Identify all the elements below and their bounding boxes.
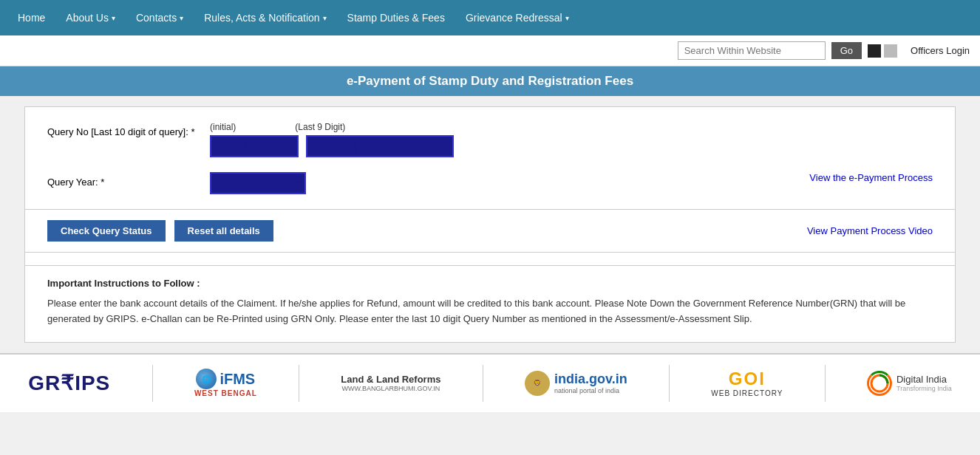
ifms-sub: WEST BENGAL: [194, 389, 257, 397]
query-year-row: Query Year: * ████ View the e-Payment Pr…: [47, 172, 933, 194]
footer: GR₹IPS 🌐 iFMS WEST BENGAL Land & Land Re…: [0, 353, 980, 412]
footer-divider-2: [299, 365, 299, 402]
nav-grievance[interactable]: Grievance Redressal ▾: [455, 0, 579, 35]
digital-india-logo: Digital India Transforming India: [867, 371, 952, 396]
ifms-logo: 🌐 iFMS WEST BENGAL: [194, 369, 257, 397]
digital-sub-text: Transforming India: [896, 385, 952, 392]
land-url: WWW.BANGLARBHUMI.GOV.IN: [341, 385, 440, 392]
instructions-section: Important Instructions to Follow : Pleas…: [25, 266, 955, 342]
footer-divider-5: [825, 365, 826, 402]
goi-sub-text: WEB DIRECTORY: [711, 389, 783, 397]
empty-divider-row: [25, 253, 955, 266]
grievance-arrow: ▾: [565, 14, 569, 22]
instructions-text: Please enter the bank account details of…: [47, 296, 933, 327]
nav-contacts[interactable]: Contacts ▾: [126, 0, 194, 35]
font-light-box[interactable]: [884, 44, 897, 58]
buttons-section: Check Query Status Reset all details Vie…: [25, 210, 955, 253]
land-logo: Land & Land Reforms WWW.BANGLARBHUMI.GOV…: [341, 374, 440, 392]
footer-divider-1: [152, 365, 153, 402]
initial-label: (initial): [210, 122, 236, 132]
ifms-top: 🌐 iFMS: [196, 369, 255, 389]
query-no-label: Query No [Last 10 digit of query]: *: [47, 122, 195, 137]
nav-stamp[interactable]: Stamp Duties & Fees: [337, 0, 455, 35]
query-inputs: [210, 135, 454, 157]
query-no-fields: (initial) (Last 9 Digit): [210, 122, 454, 157]
topbar: Go Officers Login: [0, 35, 980, 66]
digital-india-text: Digital India: [896, 374, 952, 385]
grips-logo: GR₹IPS: [28, 371, 110, 395]
india-text-block: india.gov.in national portal of india: [554, 372, 627, 394]
footer-divider-3: [483, 365, 483, 402]
font-toggle: [868, 44, 897, 58]
nav-about[interactable]: About Us ▾: [55, 0, 126, 35]
officers-login-link[interactable]: Officers Login: [911, 45, 970, 56]
font-dark-box[interactable]: [868, 44, 881, 58]
nav-home[interactable]: Home: [7, 0, 55, 35]
query-no-row: Query No [Last 10 digit of query]: * (in…: [47, 122, 933, 157]
search-input[interactable]: [678, 41, 826, 60]
footer-divider-4: [669, 365, 670, 402]
main-content: Query No [Last 10 digit of query]: * (in…: [24, 106, 956, 343]
page-title: e-Payment of Stamp Duty and Registration…: [0, 66, 980, 96]
land-title: Land & Land Reforms: [341, 374, 440, 385]
go-button[interactable]: Go: [831, 42, 862, 59]
digital-spinner-icon: [867, 371, 892, 396]
grips-text: GR₹IPS: [28, 371, 110, 395]
navbar: Home About Us ▾ Contacts ▾ Rules, Acts &…: [0, 0, 980, 35]
india-emblem-icon: 🦁: [525, 371, 550, 396]
ifms-text: iFMS: [220, 371, 255, 388]
view-ePayment-link[interactable]: View the e-Payment Process: [809, 172, 933, 183]
query-year-select[interactable]: ████: [210, 172, 306, 194]
nav-rules[interactable]: Rules, Acts & Notification ▾: [194, 0, 336, 35]
reset-button[interactable]: Reset all details: [174, 220, 273, 242]
india-gov-logo: 🦁 india.gov.in national portal of india: [525, 371, 627, 396]
query-initial-input[interactable]: [210, 135, 299, 157]
query-last9-input[interactable]: [306, 135, 454, 157]
contacts-arrow: ▾: [180, 14, 183, 22]
check-query-button[interactable]: Check Query Status: [47, 220, 166, 242]
india-sub-text: national portal of india: [554, 387, 627, 394]
ifms-globe-icon: 🌐: [196, 369, 217, 389]
goi-text: GOI: [711, 369, 783, 389]
query-year-label: Query Year: *: [47, 172, 195, 188]
digital-text-block: Digital India Transforming India: [896, 374, 952, 392]
query-year-field: ████: [210, 172, 306, 194]
view-video-link[interactable]: View Payment Process Video: [807, 225, 933, 236]
instructions-title: Important Instructions to Follow :: [47, 278, 933, 289]
about-arrow: ▾: [112, 14, 115, 22]
india-gov-text: india.gov.in: [554, 372, 627, 387]
goi-logo: GOI WEB DIRECTORY: [711, 369, 783, 397]
sub-labels: (initial) (Last 9 Digit): [210, 122, 454, 132]
last9-label: (Last 9 Digit): [295, 122, 345, 132]
rules-arrow: ▾: [323, 14, 327, 22]
form-section: Query No [Last 10 digit of query]: * (in…: [25, 107, 955, 210]
